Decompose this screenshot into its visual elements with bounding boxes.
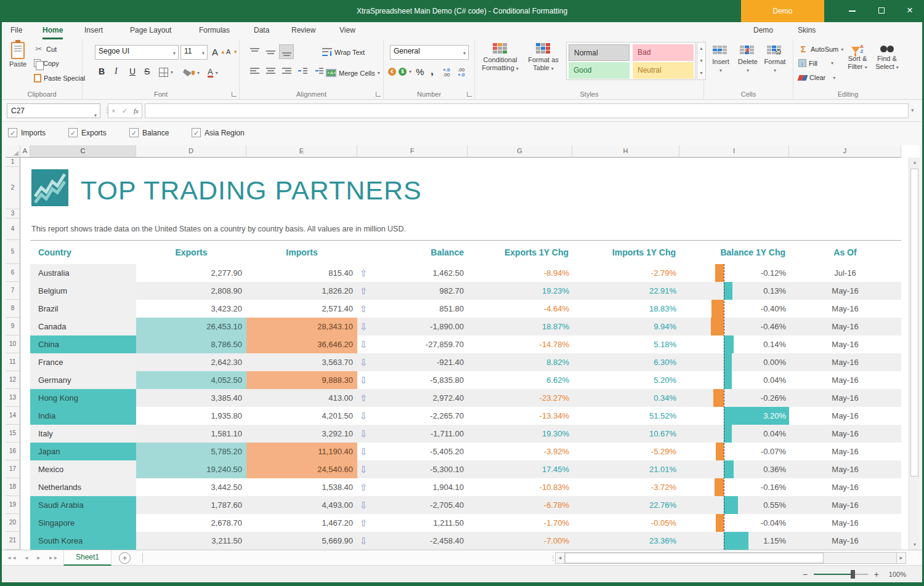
- column-header-A[interactable]: A: [20, 145, 30, 158]
- cell-as-of[interactable]: May-16: [789, 300, 901, 318]
- cell-imports[interactable]: 11,190.40: [246, 443, 357, 460]
- cell-balance[interactable]: ⇩-921.40: [357, 353, 468, 371]
- format-cells-button[interactable]: Format▾: [762, 46, 788, 74]
- decrease-indent-button[interactable]: [295, 64, 310, 79]
- cell-country[interactable]: Germany: [30, 371, 136, 389]
- cell-as-of[interactable]: May-16: [789, 282, 901, 300]
- scroll-left-icon[interactable]: ◄: [555, 552, 565, 564]
- align-left-button[interactable]: [247, 64, 262, 79]
- scroll-down-icon[interactable]: ▼: [909, 540, 920, 550]
- cell-exports[interactable]: 2,277.90: [136, 264, 246, 282]
- cell-imports-chg[interactable]: 21.01%: [572, 460, 679, 478]
- name-box[interactable]: C27▾: [7, 103, 100, 118]
- cell-exports[interactable]: 1,581.10: [136, 425, 246, 443]
- cell-imports[interactable]: 1,538.40: [246, 478, 357, 496]
- row-header-3[interactable]: 3: [6, 209, 20, 219]
- cell-exports[interactable]: 8,786.50: [136, 335, 246, 353]
- column-header-F[interactable]: F: [357, 145, 468, 158]
- row-header-15[interactable]: 15: [6, 425, 20, 443]
- style-bad[interactable]: Bad: [633, 44, 694, 61]
- cell-balance-chg[interactable]: -0.26%: [679, 389, 789, 407]
- cell-as-of[interactable]: May-16: [789, 389, 901, 407]
- cell-as-of[interactable]: May-16: [789, 532, 901, 550]
- fill-color-button[interactable]: ▾: [183, 69, 200, 76]
- cell-imports-chg[interactable]: 9.94%: [572, 318, 679, 335]
- row-header-21[interactable]: 21: [6, 532, 20, 550]
- checkbox-balance[interactable]: ✓Balance: [129, 128, 169, 137]
- cell-as-of[interactable]: May-16: [789, 371, 901, 389]
- cell-country[interactable]: China: [30, 335, 136, 353]
- cell-imports-chg[interactable]: 51.52%: [572, 407, 679, 425]
- cell-imports[interactable]: 1,467.20: [246, 514, 357, 532]
- wrap-text-button[interactable]: Wrap Text: [322, 48, 365, 56]
- cell-balance[interactable]: ⇧1,462.50: [357, 264, 468, 282]
- cell-imports[interactable]: 9,888.30: [246, 371, 357, 389]
- cell-exports[interactable]: 3,211.50: [136, 532, 246, 550]
- cell-as-of[interactable]: May-16: [789, 318, 901, 335]
- style-normal[interactable]: Normal: [569, 44, 630, 61]
- borders-button[interactable]: ▾: [159, 68, 173, 77]
- cell-country[interactable]: Canada: [30, 318, 136, 335]
- cell-imports[interactable]: 5,669.90: [246, 532, 357, 550]
- cell-imports-chg[interactable]: 0.34%: [572, 389, 679, 407]
- column-header-H[interactable]: H: [572, 145, 679, 158]
- cell-balance-chg[interactable]: 0.04%: [679, 425, 789, 443]
- column-header-D[interactable]: D: [136, 145, 246, 158]
- enter-icon[interactable]: ✓: [122, 107, 128, 115]
- delete-cells-button[interactable]: ✗ Delete▾: [735, 46, 761, 74]
- vertical-scrollbar[interactable]: ▲ ▼: [909, 158, 920, 550]
- cell-balance[interactable]: ⇧851.80: [357, 300, 468, 318]
- insert-cells-button[interactable]: ← Insert▾: [708, 46, 734, 74]
- cell-imports-chg[interactable]: -5.29%: [572, 443, 679, 460]
- cell-imports-chg[interactable]: 22.76%: [572, 496, 679, 514]
- scroll-up-icon[interactable]: ▲: [909, 158, 920, 167]
- add-sheet-button[interactable]: +: [119, 552, 131, 564]
- cell-exports-chg[interactable]: -7.00%: [468, 532, 572, 550]
- cell-imports[interactable]: 3,563.70: [246, 353, 357, 371]
- align-top-button[interactable]: [247, 44, 262, 59]
- row-header-19[interactable]: 19: [6, 496, 20, 514]
- checkbox-asia-region[interactable]: ✓Asia Region: [192, 128, 245, 137]
- percent-style-button[interactable]: %: [416, 66, 424, 77]
- cell-exports-chg[interactable]: 6.62%: [468, 371, 572, 389]
- column-header-G[interactable]: G: [468, 145, 572, 158]
- cell-exports[interactable]: 1,787.60: [136, 496, 246, 514]
- cell-balance-chg[interactable]: 0.36%: [679, 460, 789, 478]
- comma-style-button[interactable]: ,: [431, 65, 434, 78]
- row-header-18[interactable]: 18: [6, 478, 20, 496]
- cell-balance[interactable]: ⇩-2,705.40: [357, 496, 468, 514]
- cell-balance-chg[interactable]: 0.13%: [679, 282, 789, 300]
- increase-decimal-button[interactable]: +.0.00: [443, 68, 450, 78]
- cell-exports-chg[interactable]: -3.92%: [468, 443, 572, 460]
- first-sheet-button[interactable]: ◄◄: [7, 555, 17, 561]
- clear-button[interactable]: Clear▾: [798, 74, 835, 81]
- conditional-formatting-button[interactable]: Conditional Formatting ▾: [480, 43, 521, 73]
- row-header-7[interactable]: 7: [6, 282, 20, 300]
- row-header-11[interactable]: 11: [6, 353, 20, 371]
- cell-imports[interactable]: 413.00: [246, 389, 357, 407]
- cell-exports[interactable]: 2,678.70: [136, 514, 246, 532]
- close-button[interactable]: ×: [896, 0, 924, 22]
- cell-exports[interactable]: 3,423.20: [136, 300, 246, 318]
- formula-input[interactable]: [145, 103, 909, 118]
- cell-imports-chg[interactable]: -0.05%: [572, 514, 679, 532]
- fill-button[interactable]: ↓Fill▾: [798, 59, 833, 67]
- tab-file[interactable]: File: [10, 22, 22, 39]
- cell-country[interactable]: Hong Kong: [30, 389, 136, 407]
- tab-home[interactable]: Home: [43, 22, 63, 39]
- cell-exports-chg[interactable]: -10.83%: [468, 478, 572, 496]
- cell-balance[interactable]: ⇩-5,405.20: [357, 443, 468, 460]
- sheet-tab-sheet1[interactable]: Sheet1: [63, 550, 111, 566]
- cell-exports[interactable]: 3,442.50: [136, 478, 246, 496]
- cell-balance[interactable]: ⇩-1,711.00: [357, 425, 468, 443]
- zoom-in-button[interactable]: +: [874, 569, 879, 579]
- cell-country[interactable]: France: [30, 353, 136, 371]
- checkbox-exports[interactable]: ✓Exports: [68, 128, 107, 137]
- cell-imports-chg[interactable]: 23.36%: [572, 532, 679, 550]
- number-format-combo[interactable]: General▾: [390, 45, 469, 60]
- cell-balance-chg[interactable]: 0.04%: [679, 371, 789, 389]
- merge-cells-button[interactable]: +A+Merge Cells▾: [326, 69, 380, 77]
- cell-imports-chg[interactable]: 5.20%: [572, 371, 679, 389]
- cell-balance-chg[interactable]: -0.16%: [679, 478, 789, 496]
- horizontal-scroll-thumb[interactable]: [565, 553, 824, 563]
